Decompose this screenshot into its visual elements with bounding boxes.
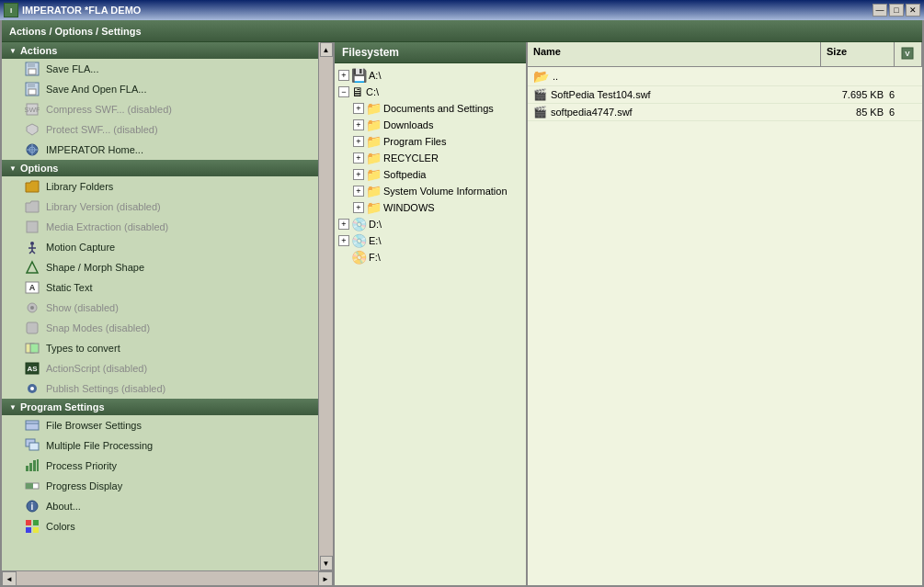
save-fla-icon — [24, 61, 40, 77]
types-convert-label: Types to convert — [46, 343, 120, 354]
sidebar-item-multiple-file-processing[interactable]: Multiple File Processing — [2, 435, 318, 456]
tree-item-e-drive[interactable]: + 💿 E:\ — [335, 232, 526, 249]
filesystem-panel: Filesystem + 💾 A:\ − 🖥 C:\ + — [335, 42, 528, 585]
sidebar-item-progress-display[interactable]: Progress Display — [2, 476, 318, 496]
sidebar-item-colors[interactable]: Colors — [2, 516, 318, 536]
svg-rect-44 — [26, 527, 31, 533]
svg-rect-42 — [26, 520, 31, 525]
library-folders-icon — [24, 178, 40, 195]
col-header-extra[interactable]: V — [895, 42, 922, 66]
tree-item-downloads[interactable]: + 📁 Downloads — [335, 117, 526, 133]
expand-a-drive[interactable]: + — [338, 70, 349, 81]
menubar: Actions / Options / Settings — [2, 20, 922, 42]
tree-item-program-files[interactable]: + 📁 Program Files — [335, 133, 526, 150]
maximize-button[interactable]: □ — [889, 4, 904, 17]
file-row-softpedia-test[interactable]: 🎬 SoftPedia Test104.swf 7.695 KB 6 — [528, 86, 922, 104]
expand-docs-settings[interactable]: + — [353, 103, 364, 114]
left-scrollbar[interactable]: ▲ ▼ — [318, 42, 333, 570]
file-row-softpedia4747[interactable]: 🎬 softpedia4747.swf 85 KB 6 — [528, 104, 922, 121]
sidebar-item-static-text[interactable]: A Static Text — [2, 277, 318, 298]
c-drive-label: C:\ — [366, 86, 379, 97]
titlebar-left: I IMPERATOR *FLA DEMO — [4, 3, 141, 17]
scroll-right-button[interactable]: ► — [318, 571, 333, 585]
tree-item-f-drive[interactable]: 📀 F:\ — [335, 249, 526, 265]
svg-point-13 — [30, 242, 34, 245]
sidebar-item-save-fla[interactable]: Save FLA... — [2, 59, 318, 79]
col-header-size[interactable]: Size — [821, 42, 895, 66]
snap-modes-label: Snap Modes (disabled) — [46, 322, 150, 333]
multiple-file-processing-icon — [24, 437, 40, 454]
softpedia-test-name: SoftPedia Test104.swf — [551, 89, 816, 100]
sidebar-item-media-extraction: Media Extraction (disabled) — [2, 217, 318, 237]
file-row-parent-dir[interactable]: 📂 .. — [528, 67, 922, 86]
library-version-label: Library Version (disabled) — [46, 201, 161, 212]
tree-item-c-drive[interactable]: − 🖥 C:\ — [335, 84, 526, 100]
library-folders-label: Library Folders — [46, 181, 113, 192]
static-text-label: Static Text — [46, 282, 93, 293]
motion-capture-label: Motion Capture — [46, 242, 115, 253]
recycler-label: RECYCLER — [383, 152, 439, 164]
expand-e-drive[interactable]: + — [338, 235, 349, 246]
sidebar-item-actionscript: AS ActionScript (disabled) — [2, 358, 318, 378]
section-options-arrow: ▼ — [9, 164, 17, 173]
sidebar-item-about[interactable]: i About... — [2, 496, 318, 516]
tree-item-a-drive[interactable]: + 💾 A:\ — [335, 67, 526, 84]
sidebar-item-types-convert[interactable]: Types to convert — [2, 338, 318, 358]
minimize-button[interactable]: — — [873, 4, 887, 17]
svg-rect-2 — [29, 69, 36, 74]
scroll-down-button[interactable]: ▼ — [320, 556, 333, 570]
scroll-up-button[interactable]: ▲ — [320, 42, 333, 57]
expand-windows[interactable]: + — [353, 202, 364, 213]
svg-rect-23 — [27, 322, 38, 333]
col-header-name[interactable]: Name — [528, 42, 821, 66]
section-actions[interactable]: ▼ Actions — [2, 42, 318, 59]
expand-recycler[interactable]: + — [353, 152, 364, 164]
svg-line-17 — [32, 251, 35, 254]
publish-settings-label: Publish Settings (disabled) — [46, 383, 165, 394]
system-volume-icon: 📁 — [366, 184, 382, 198]
svg-rect-4 — [28, 83, 35, 87]
close-button[interactable]: ✕ — [906, 4, 920, 17]
tree-item-recycler[interactable]: + 📁 RECYCLER — [335, 150, 526, 166]
shape-morph-icon — [24, 259, 40, 276]
sidebar-item-protect-swf: Protect SWF... (disabled) — [2, 119, 318, 140]
recycler-icon: 📁 — [366, 151, 382, 165]
tree-item-docs-settings[interactable]: + 📁 Documents and Settings — [335, 100, 526, 117]
tree-item-softpedia[interactable]: + 📁 Softpedia — [335, 166, 526, 183]
snap-modes-icon — [24, 320, 40, 336]
sidebar-item-shape-morph[interactable]: Shape / Morph Shape — [2, 257, 318, 277]
titlebar: I IMPERATOR *FLA DEMO — □ ✕ — [0, 0, 924, 20]
softpedia4747-extra: 6 — [889, 107, 917, 118]
svg-rect-43 — [33, 520, 39, 525]
expand-system-volume[interactable]: + — [353, 186, 364, 197]
sidebar-item-imperator-home[interactable]: IMPERATOR Home... — [2, 140, 318, 160]
windows-icon: 📁 — [366, 200, 382, 215]
expand-softpedia[interactable]: + — [353, 169, 364, 180]
scroll-h-track[interactable] — [17, 571, 318, 585]
softpedia4747-size: 85 KB — [816, 107, 889, 118]
col-size-label: Size — [827, 46, 847, 57]
svg-rect-39 — [26, 483, 33, 489]
svg-text:A: A — [29, 283, 36, 292]
sidebar-item-save-open-fla[interactable]: Save And Open FLA... — [2, 79, 318, 99]
scroll-thumb[interactable] — [319, 57, 333, 556]
section-options[interactable]: ▼ Options — [2, 160, 318, 176]
tree-item-d-drive[interactable]: + 💿 D:\ — [335, 216, 526, 232]
expand-program-files[interactable]: + — [353, 136, 364, 147]
expand-d-drive[interactable]: + — [338, 219, 349, 230]
actionscript-icon: AS — [24, 360, 40, 377]
tree-item-windows[interactable]: + 📁 WINDOWS — [335, 199, 526, 216]
sidebar-item-file-browser-settings[interactable]: File Browser Settings — [2, 415, 318, 435]
sidebar-item-library-folders[interactable]: Library Folders — [2, 176, 318, 197]
titlebar-title: IMPERATOR *FLA DEMO — [22, 5, 141, 16]
sidebar-item-process-priority[interactable]: Process Priority — [2, 456, 318, 476]
expand-c-drive[interactable]: − — [338, 86, 349, 97]
section-program-settings[interactable]: ▼ Program Settings — [2, 399, 318, 415]
content-area: ▼ Actions Save FLA... Save And Open — [2, 42, 922, 585]
downloads-label: Downloads — [383, 119, 433, 130]
filesystem-header-label: Filesystem — [342, 46, 399, 59]
sidebar-item-motion-capture[interactable]: Motion Capture — [2, 237, 318, 257]
tree-item-system-volume[interactable]: + 📁 System Volume Information — [335, 183, 526, 199]
expand-downloads[interactable]: + — [353, 119, 364, 130]
scroll-left-button[interactable]: ◄ — [2, 571, 17, 585]
